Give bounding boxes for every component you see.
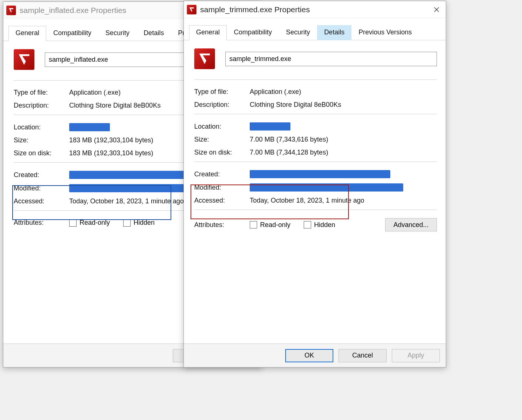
titlebar: sample_trimmed.exe Properties	[184, 1, 446, 18]
file-type-icon	[14, 49, 34, 70]
size-label: Size:	[194, 136, 250, 143]
adobe-icon	[187, 5, 196, 14]
redacted-created	[250, 170, 390, 178]
properties-window-trimmed: sample_trimmed.exe Properties General Co…	[183, 1, 446, 368]
tab-previous-versions[interactable]: Previous Versions	[351, 25, 419, 40]
hidden-label: Hidden	[134, 219, 155, 227]
type-value: Application (.exe)	[69, 89, 121, 96]
hidden-label: Hidden	[314, 221, 335, 229]
tab-compatibility[interactable]: Compatibility	[46, 26, 98, 41]
accessed-value: Today, October 18, 2023, 1 minute ago	[69, 197, 184, 205]
desc-label: Description:	[194, 101, 250, 109]
size-label: Size:	[14, 136, 69, 144]
type-label: Type of file:	[194, 88, 250, 96]
readonly-checkbox[interactable]: Read-only	[250, 221, 290, 229]
window-title: sample_trimmed.exe Properties	[200, 5, 310, 14]
filename-field[interactable]	[225, 52, 437, 66]
size-value: 7.00 MB (7,343,616 bytes)	[250, 136, 328, 143]
tab-compatibility[interactable]: Compatibility	[227, 25, 279, 40]
created-label: Created:	[14, 171, 69, 179]
window-title: sample_inflated.exe Properties	[20, 6, 126, 15]
hidden-checkbox[interactable]: Hidden	[304, 221, 335, 229]
size-on-disk-value: 183 MB (192,303,104 bytes)	[69, 149, 153, 157]
redacted-location	[250, 122, 290, 131]
readonly-label: Read-only	[80, 219, 110, 227]
readonly-label: Read-only	[260, 221, 290, 229]
tab-security[interactable]: Security	[279, 25, 317, 40]
type-value: Application (.exe)	[250, 88, 301, 96]
modified-label: Modified:	[14, 184, 69, 192]
type-label: Type of file:	[14, 89, 69, 96]
cancel-button[interactable]: Cancel	[339, 349, 387, 362]
size-value: 183 MB (192,303,104 bytes)	[69, 136, 153, 144]
location-label: Location:	[194, 123, 250, 131]
attributes-label: Attributes:	[194, 221, 250, 229]
close-button[interactable]	[430, 3, 443, 16]
desc-value: Clothing Store Digital 8eB00Ks	[250, 101, 341, 109]
size-on-disk-value: 7.00 MB (7,344,128 bytes)	[250, 149, 328, 156]
size-on-disk-label: Size on disk:	[194, 149, 250, 156]
redacted-location	[69, 123, 110, 131]
button-row: OK Cancel Apply	[184, 343, 446, 367]
accessed-label: Accessed:	[14, 197, 69, 205]
tab-details[interactable]: Details	[137, 26, 171, 41]
tab-general[interactable]: General	[189, 25, 227, 40]
accessed-label: Accessed:	[194, 197, 250, 204]
created-label: Created:	[194, 170, 250, 178]
desc-label: Description:	[14, 102, 69, 109]
ok-button[interactable]: OK	[285, 349, 333, 362]
advanced-button[interactable]: Advanced...	[385, 218, 437, 231]
accessed-value: Today, October 18, 2023, 1 minute ago	[250, 197, 364, 204]
tab-details[interactable]: Details	[317, 25, 351, 40]
modified-label: Modified:	[194, 184, 250, 192]
tab-strip: General Compatibility Security Details P…	[184, 18, 446, 40]
desc-value: Clothing Store Digital 8eB00Ks	[69, 102, 161, 109]
location-label: Location:	[14, 123, 69, 131]
tab-general[interactable]: General	[9, 26, 46, 41]
adobe-icon	[6, 6, 16, 15]
hidden-checkbox[interactable]: Hidden	[123, 219, 155, 227]
size-on-disk-label: Size on disk:	[14, 149, 69, 157]
attributes-label: Attributes:	[14, 219, 69, 227]
file-type-icon	[194, 48, 215, 69]
general-pane: Type of file:Application (.exe) Descript…	[184, 40, 446, 243]
apply-button[interactable]: Apply	[392, 349, 440, 362]
redacted-modified	[250, 183, 403, 192]
readonly-checkbox[interactable]: Read-only	[69, 219, 110, 227]
tab-security[interactable]: Security	[98, 26, 137, 41]
